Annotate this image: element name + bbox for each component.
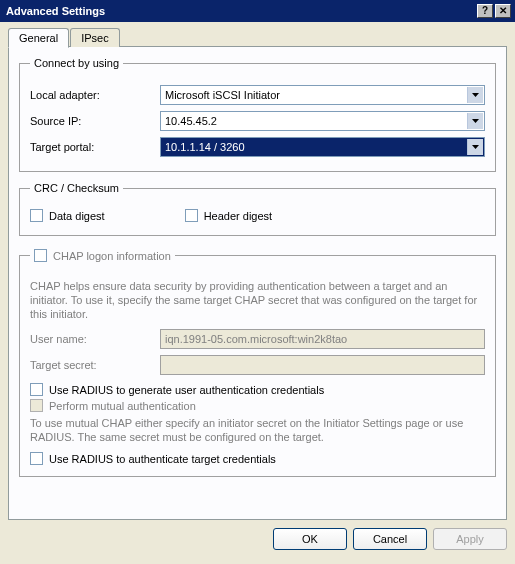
chap-help-text: CHAP helps ensure data security by provi… [30,279,485,321]
radius-generate-checkbox[interactable]: Use RADIUS to generate user authenticati… [30,383,485,396]
source-ip-select[interactable]: 10.45.45.2 [160,111,485,131]
checkbox-icon [185,209,198,222]
dialog-buttons: OK Cancel Apply [8,520,507,550]
group-crc-checksum: CRC / Checksum Data digest Header digest [19,182,496,236]
tab-general[interactable]: General [8,28,69,48]
cancel-button[interactable]: Cancel [353,528,427,550]
ok-button[interactable]: OK [273,528,347,550]
data-digest-checkbox[interactable]: Data digest [30,209,105,222]
radius-generate-label: Use RADIUS to generate user authenticati… [49,384,324,396]
header-digest-label: Header digest [204,210,273,222]
user-name-input: iqn.1991-05.com.microsoft:win2k8tao [160,329,485,349]
header-digest-checkbox[interactable]: Header digest [185,209,273,222]
checkbox-icon [30,399,43,412]
tab-page-general: Connect by using Local adapter: Microsof… [8,46,507,520]
radius-auth-checkbox[interactable]: Use RADIUS to authenticate target creden… [30,452,485,465]
close-button[interactable]: ✕ [495,4,511,18]
window-title: Advanced Settings [6,5,475,17]
user-name-value: iqn.1991-05.com.microsoft:win2k8tao [165,333,347,345]
target-secret-input [160,355,485,375]
target-portal-select[interactable]: 10.1.1.14 / 3260 [160,137,485,157]
target-portal-value: 10.1.1.14 / 3260 [165,141,245,153]
source-ip-value: 10.45.45.2 [165,115,217,127]
mutual-auth-label: Perform mutual authentication [49,400,196,412]
target-secret-label: Target secret: [30,359,160,371]
checkbox-icon [30,209,43,222]
data-digest-label: Data digest [49,210,105,222]
titlebar: Advanced Settings ? ✕ [0,0,515,22]
client-area: General IPsec Connect by using Local ada… [0,22,515,558]
mutual-help-text: To use mutual CHAP either specify an ini… [30,416,485,444]
chevron-down-icon [467,87,483,103]
help-button[interactable]: ? [477,4,493,18]
tab-strip: General IPsec [8,28,507,47]
chevron-down-icon [467,113,483,129]
group-connect-by-using: Connect by using Local adapter: Microsof… [19,57,496,172]
group-crc-legend: CRC / Checksum [30,182,123,194]
mutual-auth-checkbox: Perform mutual authentication [30,399,485,412]
source-ip-label: Source IP: [30,115,160,127]
group-chap-legend: CHAP logon information [30,246,175,265]
checkbox-icon [30,383,43,396]
apply-button[interactable]: Apply [433,528,507,550]
user-name-label: User name: [30,333,160,345]
target-portal-label: Target portal: [30,141,160,153]
chap-enable-checkbox[interactable] [34,249,47,262]
local-adapter-value: Microsoft iSCSI Initiator [165,89,280,101]
tab-ipsec[interactable]: IPsec [70,28,120,47]
chevron-down-icon [467,139,483,155]
local-adapter-select[interactable]: Microsoft iSCSI Initiator [160,85,485,105]
group-chap: CHAP logon information CHAP helps ensure… [19,246,496,477]
chap-legend-label: CHAP logon information [53,250,171,262]
radius-auth-label: Use RADIUS to authenticate target creden… [49,453,276,465]
group-connect-legend: Connect by using [30,57,123,69]
checkbox-icon [30,452,43,465]
local-adapter-label: Local adapter: [30,89,160,101]
